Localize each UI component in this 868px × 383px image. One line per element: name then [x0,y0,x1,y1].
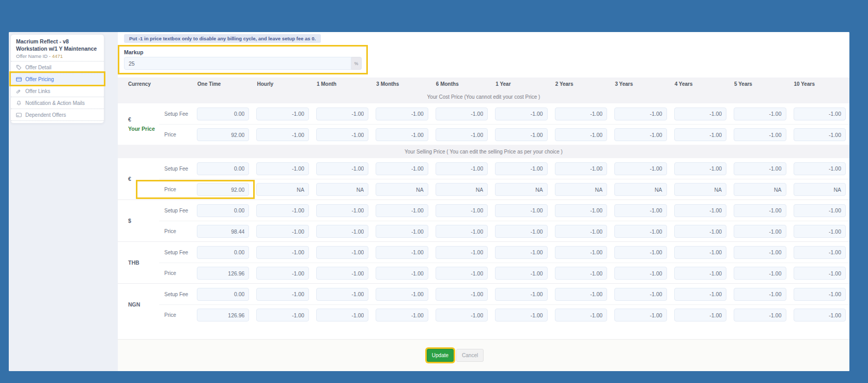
setup-fee-input[interactable] [495,162,547,175]
setup-fee-input[interactable] [256,204,308,217]
setup-fee-input[interactable] [495,246,547,259]
sidebar-item-offer-pricing[interactable]: Offer Pricing [11,73,104,85]
price-input[interactable] [256,225,308,238]
price-input[interactable] [495,183,547,196]
setup-fee-input[interactable] [734,162,786,175]
price-input[interactable] [495,267,547,280]
sidebar-item-offer-detail[interactable]: Offer Detail [11,61,104,73]
price-input[interactable] [674,183,726,196]
price-input[interactable] [256,309,308,321]
setup-fee-input[interactable] [436,288,488,301]
setup-fee-input[interactable] [734,288,786,301]
setup-fee-input[interactable] [794,288,846,301]
setup-fee-input[interactable] [376,246,428,259]
price-input[interactable] [316,309,368,321]
setup-fee-input[interactable] [197,204,249,217]
price-input[interactable] [197,309,249,321]
price-input[interactable] [316,267,368,280]
price-input[interactable] [555,309,607,321]
setup-fee-input[interactable] [794,204,846,217]
price-input[interactable] [197,225,249,238]
setup-fee-input[interactable] [674,288,726,301]
price-input[interactable] [734,267,786,280]
price-input[interactable] [376,225,428,238]
setup-fee-input[interactable] [436,162,488,175]
setup-fee-input[interactable] [614,246,667,259]
price-input[interactable] [614,183,667,196]
setup-fee-input[interactable] [614,204,667,217]
price-cell [193,204,253,217]
setup-fee-input[interactable] [555,204,607,217]
cancel-button[interactable]: Cancel [456,349,484,362]
setup-fee-input[interactable] [794,162,846,175]
setup-fee-input[interactable] [674,246,726,259]
price-input[interactable] [316,225,368,238]
setup-fee-input[interactable] [734,246,786,259]
setup-fee-input[interactable] [256,162,308,175]
price-input[interactable] [436,267,488,280]
setup-fee-input[interactable] [674,162,726,175]
setup-fee-input[interactable] [197,288,249,301]
sidebar-item-notification-action-mails[interactable]: Notification & Action Mails [11,97,104,109]
currency-symbol: $ [128,218,159,224]
price-input[interactable] [794,267,846,280]
setup-fee-input[interactable] [436,246,488,259]
setup-fee-input[interactable] [555,162,607,175]
price-input[interactable] [794,309,846,321]
price-input[interactable] [376,309,428,321]
price-input[interactable] [376,267,428,280]
setup-fee-input[interactable] [256,288,308,301]
price-input[interactable] [495,309,547,321]
setup-fee-input[interactable] [734,204,786,217]
price-input[interactable] [436,225,488,238]
price-input[interactable] [197,183,249,196]
setup-fee-input[interactable] [674,204,726,217]
setup-fee-input[interactable] [316,288,368,301]
sidebar-item-dependent-offers[interactable]: Dependent Offers [11,109,104,120]
setup-fee-input[interactable] [436,204,488,217]
price-input[interactable] [495,225,547,238]
setup-fee-input[interactable] [614,288,667,301]
price-input[interactable] [734,183,786,196]
price-input[interactable] [256,183,308,196]
setup-fee-input[interactable] [555,246,607,259]
setup-fee-input[interactable] [197,246,249,259]
setup-fee-input[interactable] [316,162,368,175]
price-input[interactable] [614,225,667,238]
price-input[interactable] [674,267,726,280]
price-input[interactable] [197,267,249,280]
column-header-5-years: 5 Years [730,81,789,87]
setup-fee-input[interactable] [316,246,368,259]
setup-fee-input[interactable] [197,162,249,175]
price-input[interactable] [734,309,786,321]
price-input[interactable] [316,183,368,196]
setup-fee-input[interactable] [256,246,308,259]
price-cell [432,108,491,120]
markup-input[interactable] [124,57,351,70]
setup-fee-input[interactable] [794,246,846,259]
price-input[interactable] [614,309,667,321]
setup-fee-input[interactable] [376,162,428,175]
price-input[interactable] [674,225,726,238]
price-input[interactable] [614,267,667,280]
price-input[interactable] [555,183,607,196]
price-input[interactable] [674,309,726,321]
sidebar-item-offer-links[interactable]: Offer Links [11,85,104,97]
price-input[interactable] [794,225,846,238]
setup-fee-input[interactable] [376,288,428,301]
setup-fee-input[interactable] [614,162,667,175]
price-input[interactable] [436,309,488,321]
price-input[interactable] [794,183,846,196]
price-input[interactable] [555,267,607,280]
setup-fee-input[interactable] [495,288,547,301]
price-input[interactable] [555,225,607,238]
price-input[interactable] [376,183,428,196]
price-input[interactable] [734,225,786,238]
setup-fee-input[interactable] [316,204,368,217]
setup-fee-input[interactable] [495,204,547,217]
setup-fee-input[interactable] [555,288,607,301]
price-input[interactable] [436,183,488,196]
price-input[interactable] [256,267,308,280]
update-button[interactable]: Update [427,349,454,362]
setup-fee-input[interactable] [376,204,428,217]
